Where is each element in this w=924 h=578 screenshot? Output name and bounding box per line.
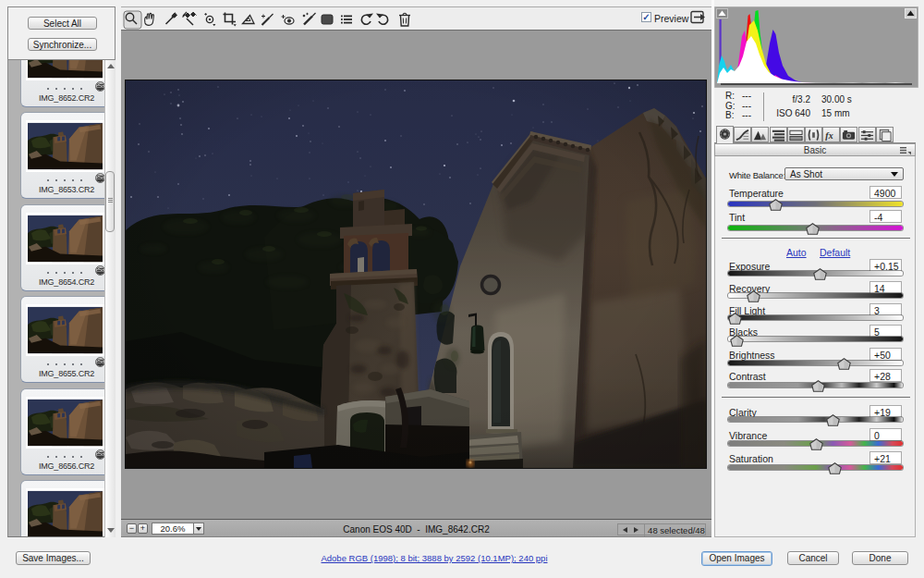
svg-text:fx: fx: [825, 130, 833, 141]
